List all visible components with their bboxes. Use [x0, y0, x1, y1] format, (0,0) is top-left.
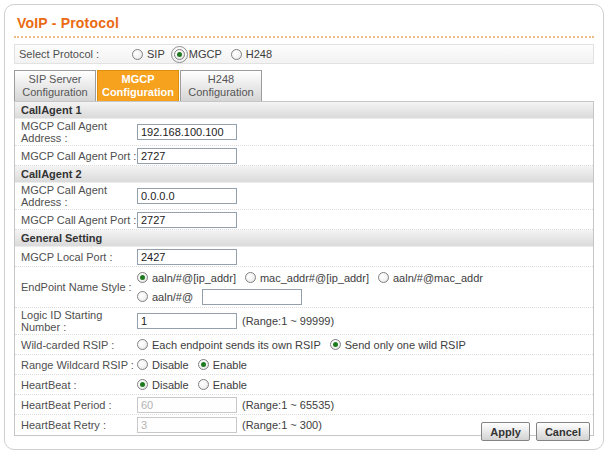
radio-option-one-wild-rsip[interactable]: Send only one wild RSIP [330, 339, 466, 351]
apply-button[interactable]: Apply [481, 422, 530, 441]
radio-option-range-wildcard-disable[interactable]: Disable [137, 359, 189, 371]
config-tabs: SIP Server Configuration MGCP Configurat… [14, 70, 603, 101]
tab-label-line2: Configuration [15, 86, 95, 99]
form-row-ca2-port: MGCP Call Agent Port : [15, 210, 593, 230]
tab-label-line1: H248 [181, 73, 261, 86]
radio-option-sip[interactable]: SIP [132, 48, 165, 60]
cancel-button[interactable]: Cancel [536, 422, 590, 441]
radio-option-heartbeat-enable[interactable]: Enable [198, 379, 247, 391]
protocol-selector-bar: Select Protocol : SIP MGCP H248 [14, 44, 594, 64]
form-row-endpoint-style: EndPoint Name Style : aaln/#@[ip_addr] m… [15, 267, 593, 308]
section-heading-callagent2: CallAgent 2 [15, 166, 593, 183]
tab-label-line1: MGCP [98, 73, 178, 86]
radio-mgcp-label: MGCP [189, 48, 222, 60]
radio-aaln-custom[interactable] [137, 291, 148, 302]
radio-option-mgcp[interactable]: MGCP [174, 48, 222, 60]
field-label: MGCP Call Agent Address : [15, 184, 137, 208]
radio-heartbeat-enable[interactable] [198, 379, 209, 390]
heartbeat-period-input [137, 397, 237, 413]
field-label: HeartBeat Retry : [15, 419, 137, 431]
radio-option-range-wildcard-enable[interactable]: Enable [198, 359, 247, 371]
radio-h248[interactable] [231, 49, 242, 60]
radio-macaddr-ipaddr[interactable] [245, 272, 256, 283]
radio-h248-label: H248 [246, 48, 272, 60]
form-row-ca1-address: MGCP Call Agent Address : [15, 119, 593, 146]
form-row-heartbeat: HeartBeat : Disable Enable [15, 375, 593, 395]
radio-label: aaln/#@[ip_addr] [152, 272, 236, 284]
radio-option-aaln-ipaddr[interactable]: aaln/#@[ip_addr] [137, 272, 236, 284]
radio-mgcp[interactable] [174, 49, 185, 60]
radio-sip[interactable] [132, 49, 143, 60]
radio-label: Send only one wild RSIP [345, 339, 466, 351]
radio-label: Disable [152, 379, 189, 391]
tab-h248-configuration[interactable]: H248 Configuration [180, 70, 262, 101]
ca1-address-input[interactable] [137, 124, 237, 140]
logic-id-input[interactable] [137, 313, 237, 329]
tab-label-line1: SIP Server [15, 73, 95, 86]
field-label: Logic ID Starting Number : [15, 309, 137, 333]
radio-label: Disable [152, 359, 189, 371]
radio-label: Each endpoint sends its own RSIP [152, 339, 321, 351]
radio-one-wild-rsip[interactable] [330, 339, 341, 350]
page-title: VoIP - Protocol [17, 15, 591, 31]
form-row-logic-id: Logic ID Starting Number : (Range:1 ~ 99… [15, 308, 593, 335]
mgcp-local-port-input[interactable] [137, 249, 237, 265]
radio-aaln-ipaddr[interactable] [137, 272, 148, 283]
field-label: EndPoint Name Style : [15, 281, 137, 293]
radio-sip-label: SIP [147, 48, 165, 60]
field-label: MGCP Local Port : [15, 251, 137, 263]
form-row-ca2-address: MGCP Call Agent Address : [15, 183, 593, 210]
range-note: (Range:1 ~ 65535) [242, 399, 334, 411]
page-panel: VoIP - Protocol Select Protocol : SIP MG… [4, 4, 604, 450]
section-heading-general: General Setting [15, 230, 593, 247]
radio-option-aaln-macaddr[interactable]: aaln/#@mac_addr [378, 272, 483, 284]
form-row-ca1-port: MGCP Call Agent Port : [15, 146, 593, 166]
radio-option-aaln-custom[interactable]: aaln/#@ [137, 291, 193, 303]
radio-range-wildcard-enable[interactable] [198, 359, 209, 370]
tab-mgcp-configuration[interactable]: MGCP Configuration [97, 70, 179, 101]
field-label: Wild-carded RSIP : [15, 339, 137, 351]
form-row-wildcarded-rsip: Wild-carded RSIP : Each endpoint sends i… [15, 335, 593, 355]
section-heading-callagent1: CallAgent 1 [15, 102, 593, 119]
protocol-label: Select Protocol : [15, 48, 132, 60]
radio-option-h248[interactable]: H248 [231, 48, 272, 60]
radio-option-heartbeat-disable[interactable]: Disable [137, 379, 189, 391]
form-row-range-wildcard-rsip: Range Wildcard RSIP : Disable Enable [15, 355, 593, 375]
field-label: Range Wildcard RSIP : [15, 359, 137, 371]
range-note: (Range:1 ~ 300) [242, 419, 322, 431]
endpoint-custom-suffix-input[interactable] [202, 289, 302, 305]
field-label: MGCP Call Agent Address : [15, 120, 137, 144]
field-label: MGCP Call Agent Port : [15, 150, 137, 162]
radio-label: aaln/#@ [152, 291, 193, 303]
radio-heartbeat-disable[interactable] [137, 379, 148, 390]
form-row-heartbeat-period: HeartBeat Period : (Range:1 ~ 65535) [15, 395, 593, 415]
field-label: HeartBeat : [15, 379, 137, 391]
ca2-port-input[interactable] [137, 212, 237, 228]
radio-label: aaln/#@mac_addr [393, 272, 483, 284]
tab-label-line2: Configuration [181, 86, 261, 99]
heartbeat-retry-input [137, 417, 237, 433]
ca1-port-input[interactable] [137, 148, 237, 164]
field-label: MGCP Call Agent Port : [15, 214, 137, 226]
field-label: HeartBeat Period : [15, 399, 137, 411]
mgcp-configuration-form: CallAgent 1 MGCP Call Agent Address : MG… [14, 101, 594, 436]
title-divider [14, 36, 594, 38]
tab-sip-server-configuration[interactable]: SIP Server Configuration [14, 70, 96, 101]
protocol-radio-group: SIP MGCP H248 [132, 48, 281, 60]
form-row-local-port: MGCP Local Port : [15, 247, 593, 267]
radio-label: mac_addr#@[ip_addr] [260, 272, 369, 284]
action-buttons: Apply Cancel [481, 422, 590, 441]
radio-own-rsip[interactable] [137, 339, 148, 350]
radio-label: Enable [213, 359, 247, 371]
radio-label: Enable [213, 379, 247, 391]
radio-aaln-macaddr[interactable] [378, 272, 389, 283]
tab-label-line2: Configuration [98, 86, 178, 99]
radio-option-own-rsip[interactable]: Each endpoint sends its own RSIP [137, 339, 321, 351]
radio-range-wildcard-disable[interactable] [137, 359, 148, 370]
range-note: (Range:1 ~ 99999) [242, 315, 334, 327]
radio-option-macaddr-ipaddr[interactable]: mac_addr#@[ip_addr] [245, 272, 369, 284]
ca2-address-input[interactable] [137, 188, 237, 204]
